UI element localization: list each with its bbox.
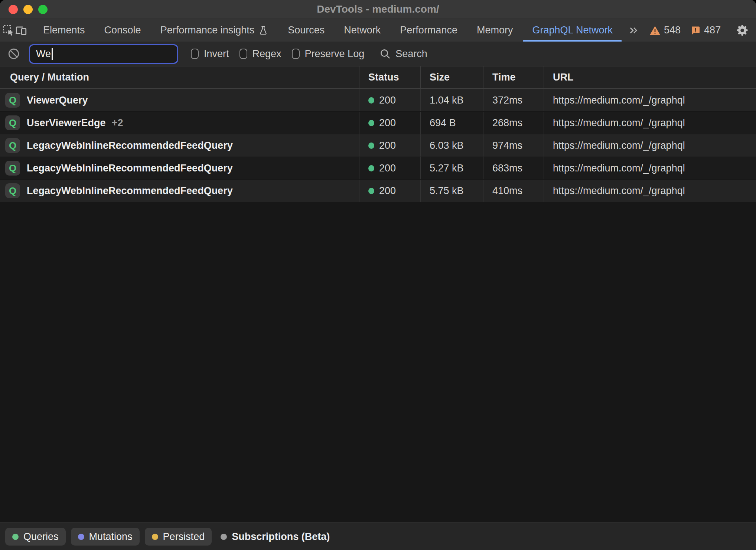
- issues-counter[interactable]: 487: [685, 24, 726, 36]
- empty-results-area: [0, 202, 756, 523]
- flask-icon: [258, 25, 268, 36]
- clear-button[interactable]: [7, 48, 20, 60]
- block-icon: [7, 48, 20, 60]
- size-cell: 694 B: [420, 112, 483, 134]
- regex-label: Regex: [252, 48, 281, 60]
- size-cell: 5.27 kB: [420, 157, 483, 179]
- table-row[interactable]: Q LegacyWebInlineRecommendedFeedQuery 20…: [0, 157, 756, 180]
- status-dot: [368, 165, 374, 171]
- more-tabs-button[interactable]: [622, 19, 645, 42]
- tab-memory[interactable]: Memory: [467, 19, 523, 42]
- tab-network[interactable]: Network: [334, 19, 390, 42]
- warning-count: 548: [664, 24, 681, 36]
- search-label: Search: [395, 48, 427, 60]
- search-button[interactable]: Search: [379, 48, 427, 60]
- url-cell: https://medium.com/_/graphql: [544, 157, 756, 179]
- regex-checkbox[interactable]: [239, 49, 247, 59]
- subscriptions-filter[interactable]: Subscriptions (Beta): [217, 531, 333, 543]
- time-cell: 268ms: [483, 112, 544, 134]
- column-header-url[interactable]: URL: [544, 66, 756, 88]
- status-code: 200: [379, 140, 396, 151]
- tab-console[interactable]: Console: [95, 19, 151, 42]
- filter-input[interactable]: We: [29, 44, 178, 64]
- status-code: 200: [379, 185, 396, 197]
- time-cell: 974ms: [483, 134, 544, 157]
- text-cursor: [52, 48, 53, 60]
- legend-bar: Queries Mutations Persisted Subscription…: [0, 523, 756, 550]
- status-dot: [368, 188, 374, 194]
- persisted-label: Persisted: [163, 531, 205, 543]
- regex-checkbox-group[interactable]: Regex: [239, 48, 281, 60]
- settings-button[interactable]: [732, 19, 753, 42]
- query-suffix: +2: [112, 117, 123, 129]
- window-title: DevTools - medium.com/: [0, 3, 756, 15]
- status-code: 200: [379, 95, 396, 106]
- device-toolbar-icon: [15, 24, 27, 37]
- tab-graphql-network[interactable]: GraphQL Network: [522, 19, 622, 42]
- time-cell: 410ms: [483, 180, 544, 202]
- query-type-badge: Q: [5, 161, 20, 176]
- time-cell: 372ms: [483, 89, 544, 111]
- query-type-badge: Q: [5, 183, 20, 198]
- mutations-filter-button[interactable]: Mutations: [71, 528, 140, 546]
- devtools-toolbar: Elements Console Performance insights So…: [0, 19, 756, 42]
- persisted-dot: [152, 534, 158, 540]
- titlebar: DevTools - medium.com/: [0, 0, 756, 19]
- tab-performance[interactable]: Performance: [390, 19, 467, 42]
- preserve-log-checkbox[interactable]: [292, 49, 300, 59]
- status-dot: [368, 120, 374, 126]
- gear-icon: [736, 24, 749, 37]
- tab-sources[interactable]: Sources: [278, 19, 334, 42]
- table-row[interactable]: Q UserViewerEdge +2 200 694 B 268ms http…: [0, 112, 756, 134]
- subscriptions-label: Subscriptions (Beta): [232, 531, 330, 543]
- mutations-dot: [78, 534, 84, 540]
- size-cell: 6.03 kB: [420, 134, 483, 157]
- size-cell: 5.75 kB: [420, 180, 483, 202]
- invert-checkbox-group[interactable]: Invert: [191, 48, 229, 60]
- panel-tabs: Elements Console Performance insights So…: [33, 19, 622, 42]
- status-dot: [368, 97, 374, 104]
- invert-checkbox[interactable]: [191, 49, 199, 59]
- query-type-badge: Q: [5, 93, 20, 108]
- devtools-window: DevTools - medium.com/ Elements Console …: [0, 0, 756, 550]
- query-name: ViewerQuery: [27, 95, 88, 106]
- more-tabs-chevron-icon: [628, 25, 639, 36]
- query-type-badge: Q: [5, 138, 20, 153]
- column-header-status[interactable]: Status: [359, 66, 420, 88]
- tab-elements[interactable]: Elements: [33, 19, 95, 42]
- column-header-time[interactable]: Time: [483, 66, 544, 88]
- column-header-size[interactable]: Size: [420, 66, 483, 88]
- tab-performance-insights[interactable]: Performance insights: [151, 19, 278, 42]
- query-type-badge: Q: [5, 115, 20, 130]
- subscriptions-dot: [221, 534, 227, 540]
- issues-icon: [690, 25, 701, 36]
- size-cell: 1.04 kB: [420, 89, 483, 111]
- filter-input-value: We: [36, 48, 51, 60]
- preserve-log-checkbox-group[interactable]: Preserve Log: [292, 48, 365, 60]
- queries-label: Queries: [23, 531, 59, 543]
- warnings-counter[interactable]: 548: [645, 24, 685, 36]
- table-row[interactable]: Q LegacyWebInlineRecommendedFeedQuery 20…: [0, 180, 756, 202]
- status-dot: [368, 143, 374, 149]
- persisted-filter-button[interactable]: Persisted: [145, 528, 212, 546]
- url-cell: https://medium.com/_/graphql: [544, 180, 756, 202]
- device-toolbar-button[interactable]: [15, 19, 27, 42]
- table-row[interactable]: Q ViewerQuery 200 1.04 kB 372ms https://…: [0, 89, 756, 112]
- main-menu-button[interactable]: [753, 19, 756, 42]
- query-name: LegacyWebInlineRecommendedFeedQuery: [27, 185, 233, 197]
- query-name: LegacyWebInlineRecommendedFeedQuery: [27, 140, 233, 151]
- url-cell: https://medium.com/_/graphql: [544, 89, 756, 111]
- filter-bar: We Invert Regex Preserve Log Search: [0, 42, 756, 66]
- query-name: LegacyWebInlineRecommendedFeedQuery: [27, 163, 233, 174]
- url-cell: https://medium.com/_/graphql: [544, 112, 756, 134]
- toolbar-right: 548 487: [645, 19, 756, 42]
- query-name: UserViewerEdge: [27, 117, 106, 129]
- preserve-log-label: Preserve Log: [305, 48, 365, 60]
- table-row[interactable]: Q LegacyWebInlineRecommendedFeedQuery 20…: [0, 134, 756, 157]
- mutations-label: Mutations: [89, 531, 133, 543]
- warning-triangle-icon: [649, 25, 661, 36]
- inspect-element-button[interactable]: [2, 19, 15, 42]
- time-cell: 683ms: [483, 157, 544, 179]
- queries-filter-button[interactable]: Queries: [5, 528, 66, 546]
- column-header-query[interactable]: Query / Mutation: [0, 66, 359, 88]
